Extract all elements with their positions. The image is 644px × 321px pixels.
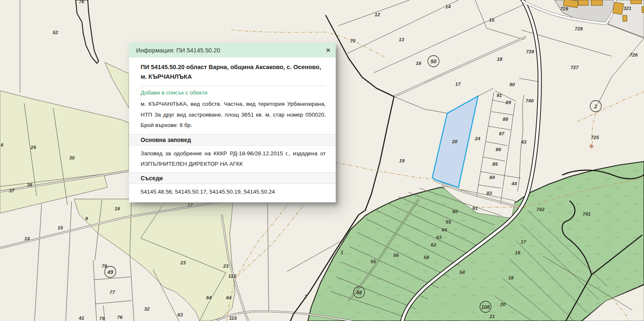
parcel-number: 741	[582, 212, 590, 216]
parcel-number: 76	[117, 315, 123, 320]
parcel-number: 41	[79, 316, 84, 321]
parcel-number: 32	[144, 306, 150, 311]
parcel-number: 17	[188, 202, 193, 207]
parcel-number: 14	[25, 236, 30, 241]
parcel-number: 89	[506, 100, 511, 105]
parcel-number: 70	[350, 38, 356, 43]
parcel-number: 20	[500, 302, 506, 307]
parcel-number: 17	[521, 239, 526, 244]
parcel-number: 2	[304, 294, 307, 299]
parcel-number: 15	[489, 17, 495, 22]
parcel-number: 18	[497, 57, 503, 62]
parcel-number: 90	[510, 82, 515, 87]
parcel-number: 56	[394, 253, 399, 258]
parcel-number: 729	[560, 6, 568, 11]
parcel-number: 64	[442, 227, 447, 232]
parcel-number: 64	[206, 295, 212, 300]
parcel-number: 62	[431, 242, 436, 247]
parcel-number: 30	[69, 155, 75, 160]
parcel-number: 23	[223, 264, 229, 269]
parcel-number: 1	[341, 250, 343, 255]
parcel-number: 86	[496, 147, 501, 152]
parcel-number: 54	[460, 270, 465, 275]
parcel-number: 113	[228, 274, 236, 279]
parcel-number: 91	[497, 93, 502, 98]
parcel-number: 19	[515, 250, 520, 255]
parcel-number: 37	[9, 188, 15, 193]
parcel-description: м. КЪРЧАНЛЪКА, вид собств. Частна, вид т…	[141, 99, 326, 130]
parcel-number: 88	[503, 117, 508, 122]
parcel-number: 84	[490, 175, 495, 180]
order-text: Заповед за одобрение на КККР РД-18-96/28…	[141, 148, 326, 169]
parcel-number: 13	[399, 37, 404, 42]
parcel-number: 44	[511, 181, 517, 186]
parcel-number: 83	[487, 191, 492, 196]
parcel-number: 321	[623, 6, 631, 11]
parcel-number: 742	[536, 207, 545, 212]
parcel-number: 24	[475, 136, 481, 141]
parcel-number: 77	[110, 290, 115, 295]
parcel-number: 115	[229, 316, 237, 321]
parcel-number: 58	[424, 255, 429, 260]
cadastral-region-number: 48	[356, 290, 362, 296]
parcel-number: 16	[115, 206, 120, 211]
popup-body: ПИ 54145.50.20 област Варна, община Акса…	[129, 62, 336, 197]
cadastral-region-number: 50	[431, 59, 436, 65]
parcel-number: 79	[99, 316, 105, 321]
parcel-number: 52	[53, 30, 58, 35]
parcel-number: 61	[473, 206, 478, 211]
parcel-number: 63	[178, 312, 183, 317]
parcel-number: 63	[436, 235, 442, 240]
parcel-number: 9	[85, 216, 88, 221]
parcel-number: 17	[456, 82, 461, 87]
parcel-number: 76	[79, 0, 84, 4]
parcel-number: 23	[180, 260, 186, 265]
parcel-number: 727	[570, 65, 579, 70]
parcel-number: 60	[453, 209, 458, 214]
popup-header[interactable]: Информация: ПИ 54145.50.20 ×	[129, 43, 336, 57]
neighbors-list: 54145.48.56, 54145.50.17, 54145.50.19, 5…	[141, 187, 326, 197]
close-icon[interactable]: ×	[326, 47, 330, 54]
parcel-number: 38	[27, 182, 32, 187]
parcel-number: 19	[399, 158, 405, 163]
parcel-number: 29	[30, 145, 36, 150]
info-popup: Информация: ПИ 54145.50.20 × ПИ 54145.50…	[129, 43, 336, 202]
parcel-number: 740	[525, 98, 534, 103]
parcel-number: 20	[452, 139, 458, 144]
parcel-number: 739	[526, 49, 534, 54]
parcel-number: 728	[575, 26, 583, 31]
parcel-number: 14	[446, 4, 451, 9]
parcel-number: 15	[58, 225, 63, 230]
parcel-number: 85	[493, 162, 498, 167]
parcel-number: 726	[629, 52, 638, 57]
parcel-heading: ПИ 54145.50.20 област Варна, община Акса…	[141, 62, 326, 86]
section-neighbors: Съседи	[129, 172, 336, 184]
add-to-list-link[interactable]: Добави в списък с обекти	[141, 90, 207, 96]
parcel-number: 6	[1, 142, 4, 147]
section-main-order: Основна заповед	[129, 134, 336, 146]
parcel-number: 12	[375, 12, 380, 17]
parcel-number: 725	[591, 135, 599, 140]
parcel-number: 43	[521, 139, 527, 144]
popup-title: Информация: ПИ 54145.50.20	[136, 47, 220, 54]
parcel-number: 55	[371, 259, 376, 264]
cadastral-region-number: 49	[107, 269, 113, 275]
parcel-number: 16	[416, 61, 421, 66]
parcel-number: 21	[489, 314, 495, 319]
cadastral-region-number: 106	[481, 304, 490, 310]
parcel-number: 65	[446, 219, 451, 224]
parcel-number: 18	[508, 275, 514, 280]
parcel-number: 87	[499, 131, 505, 136]
landmark-asterisk-icon: ✻	[590, 143, 594, 149]
parcel-number: 64	[226, 295, 232, 300]
cadastral-region-number: 2	[594, 104, 597, 109]
